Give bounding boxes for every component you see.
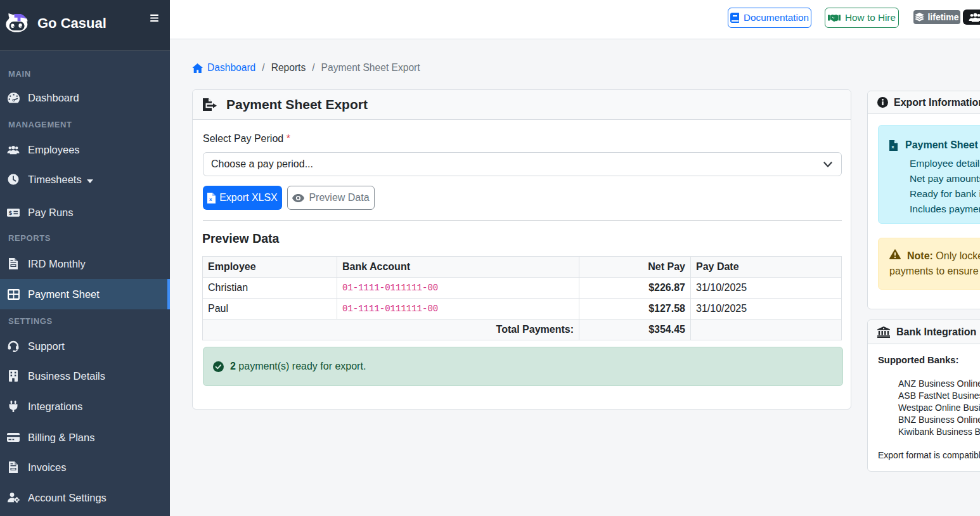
svg-text:x: x [891, 144, 894, 150]
svg-text:x: x [209, 197, 212, 202]
svg-text:$: $ [9, 209, 13, 216]
